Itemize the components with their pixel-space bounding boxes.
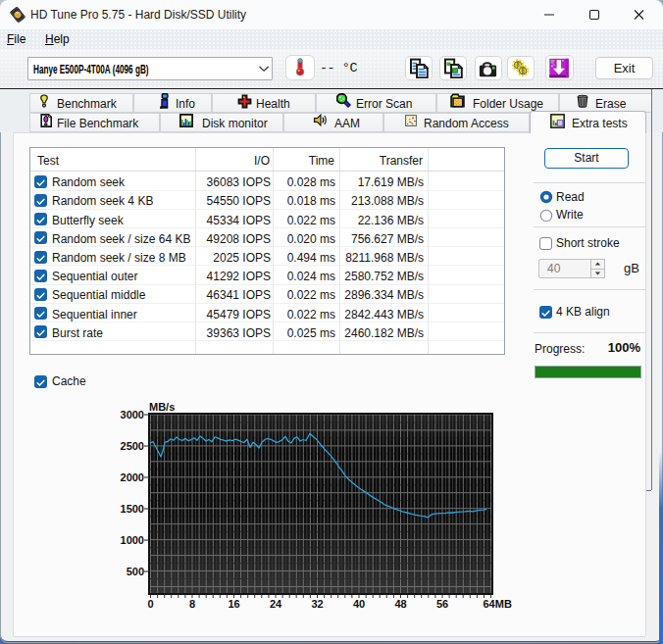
- svg-text:1500: 1500: [121, 503, 144, 515]
- svg-text:0: 0: [147, 598, 153, 610]
- svg-text:32: 32: [311, 598, 323, 610]
- svg-text:MB/s: MB/s: [149, 401, 175, 413]
- svg-text:2500: 2500: [121, 440, 144, 452]
- svg-text:2000: 2000: [121, 471, 144, 483]
- svg-text:24: 24: [270, 598, 282, 610]
- svg-text:48: 48: [394, 598, 406, 610]
- svg-text:8: 8: [189, 598, 195, 610]
- svg-text:64MB: 64MB: [484, 598, 512, 610]
- svg-text:3000: 3000: [121, 409, 144, 421]
- svg-text:56: 56: [436, 598, 448, 610]
- svg-text:40: 40: [353, 598, 365, 610]
- svg-text:16: 16: [228, 598, 239, 610]
- svg-text:1000: 1000: [121, 534, 144, 546]
- svg-text:500: 500: [127, 566, 144, 577]
